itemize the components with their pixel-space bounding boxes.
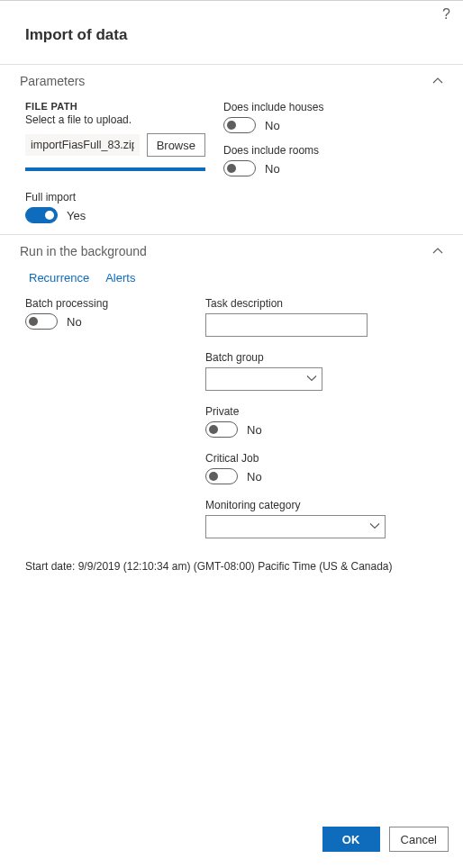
chevron-up-icon <box>432 76 443 86</box>
critical-job-text: No <box>247 470 262 484</box>
private-toggle[interactable] <box>205 421 238 438</box>
full-import-label: Full import <box>25 191 438 203</box>
include-rooms-text: No <box>265 162 280 176</box>
tab-alerts[interactable]: Alerts <box>105 271 135 285</box>
task-description-label: Task description <box>205 297 438 310</box>
batch-group-label: Batch group <box>205 351 438 364</box>
chevron-up-icon <box>432 246 443 257</box>
include-houses-label: Does include houses <box>223 101 438 113</box>
tab-recurrence[interactable]: Recurrence <box>29 271 89 285</box>
file-path-label: FILE PATH <box>25 101 205 112</box>
include-rooms-toggle[interactable] <box>223 160 256 176</box>
ok-button[interactable]: OK <box>322 827 380 852</box>
private-text: No <box>247 423 262 437</box>
critical-job-label: Critical Job <box>205 452 438 465</box>
task-description-input[interactable] <box>205 313 368 337</box>
section-parameters-title: Parameters <box>20 74 85 88</box>
include-houses-text: No <box>265 119 280 132</box>
include-rooms-label: Does include rooms <box>223 144 438 157</box>
start-date-text: Start date: 9/9/2019 (12:10:34 am) (GMT-… <box>0 556 463 573</box>
full-import-toggle[interactable] <box>25 207 58 223</box>
file-path-hint: Select a file to upload. <box>25 113 205 126</box>
batch-group-select[interactable] <box>205 367 322 391</box>
cancel-button[interactable]: Cancel <box>389 827 449 852</box>
section-background-header[interactable]: Run in the background <box>0 235 463 267</box>
batch-processing-toggle[interactable] <box>25 313 58 330</box>
monitoring-category-select[interactable] <box>205 515 386 538</box>
help-icon[interactable]: ? <box>442 6 450 23</box>
page-title: Import of data <box>0 23 463 64</box>
batch-processing-text: No <box>67 315 82 329</box>
file-path-input[interactable] <box>25 134 140 156</box>
critical-job-toggle[interactable] <box>205 468 238 484</box>
section-background: Run in the background Recurrence Alerts … <box>0 234 463 573</box>
monitoring-category-label: Monitoring category <box>205 499 438 511</box>
section-background-title: Run in the background <box>20 244 147 258</box>
section-parameters-header[interactable]: Parameters <box>0 65 463 97</box>
dialog-footer: OK Cancel <box>0 816 463 868</box>
background-tabs: Recurrence Alerts <box>0 267 463 297</box>
batch-processing-label: Batch processing <box>25 297 187 310</box>
file-progress-bar <box>25 167 205 171</box>
section-parameters: Parameters FILE PATH Select a file to up… <box>0 64 463 234</box>
browse-button[interactable]: Browse <box>147 133 205 157</box>
private-label: Private <box>205 405 438 418</box>
full-import-text: Yes <box>67 209 86 222</box>
include-houses-toggle[interactable] <box>223 117 256 133</box>
